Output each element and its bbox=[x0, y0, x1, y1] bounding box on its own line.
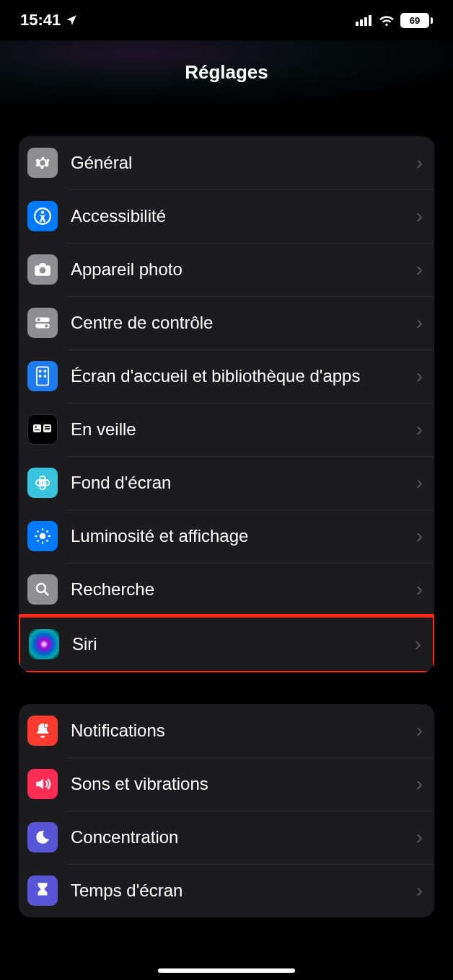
row-camera[interactable]: Appareil photo › bbox=[19, 243, 434, 296]
row-wallpaper[interactable]: Fond d'écran › bbox=[19, 456, 434, 509]
svg-rect-15 bbox=[33, 424, 41, 432]
svg-rect-3 bbox=[369, 15, 371, 26]
svg-line-35 bbox=[37, 540, 38, 541]
row-brightness[interactable]: Luminosité et affichage › bbox=[19, 509, 434, 563]
svg-line-38 bbox=[45, 592, 48, 595]
settings-group-2: Notifications › Sons et vibrations › Con… bbox=[19, 704, 434, 917]
chevron-right-icon: › bbox=[416, 879, 423, 902]
svg-point-16 bbox=[35, 426, 37, 428]
chevron-right-icon: › bbox=[416, 311, 423, 334]
wifi-icon bbox=[379, 14, 395, 26]
row-standby[interactable]: En veille › bbox=[19, 403, 434, 456]
battery-tip bbox=[431, 17, 433, 24]
svg-point-28 bbox=[40, 533, 46, 540]
row-label: Concentration bbox=[71, 827, 416, 848]
highlight-annotation: Siri › bbox=[19, 614, 434, 672]
svg-point-27 bbox=[44, 480, 50, 486]
row-general[interactable]: Général › bbox=[19, 136, 434, 190]
chevron-right-icon: › bbox=[416, 365, 423, 388]
home-indicator[interactable] bbox=[158, 968, 295, 973]
bell-icon bbox=[27, 716, 58, 746]
svg-line-33 bbox=[37, 530, 38, 532]
wallpaper-icon bbox=[27, 468, 58, 498]
svg-point-37 bbox=[37, 584, 45, 592]
siri-icon bbox=[29, 629, 59, 659]
gear-icon bbox=[27, 148, 58, 178]
svg-line-34 bbox=[46, 540, 48, 541]
standby-icon bbox=[27, 414, 58, 445]
row-label: En veille bbox=[71, 419, 416, 440]
row-label: Siri bbox=[72, 633, 415, 655]
svg-rect-20 bbox=[45, 428, 50, 429]
svg-point-7 bbox=[37, 318, 40, 321]
svg-point-12 bbox=[44, 370, 45, 372]
svg-rect-0 bbox=[356, 22, 359, 26]
page-title: Réglages bbox=[185, 61, 268, 84]
location-icon bbox=[65, 14, 78, 27]
header: Réglages bbox=[0, 40, 453, 104]
chevron-right-icon: › bbox=[416, 151, 423, 174]
svg-line-36 bbox=[46, 530, 48, 532]
row-label: Notifications bbox=[71, 720, 416, 741]
chevron-right-icon: › bbox=[416, 772, 423, 796]
chevron-right-icon: › bbox=[416, 471, 423, 494]
chevron-right-icon: › bbox=[416, 258, 423, 281]
row-label: Général bbox=[71, 152, 416, 174]
moon-icon bbox=[27, 822, 58, 852]
svg-point-5 bbox=[41, 210, 44, 213]
svg-point-9 bbox=[45, 324, 48, 327]
content: Général › Accessibilité › Appareil photo… bbox=[0, 104, 453, 917]
row-screentime[interactable]: Temps d'écran › bbox=[19, 864, 434, 917]
svg-rect-19 bbox=[45, 426, 50, 427]
row-focus[interactable]: Concentration › bbox=[19, 811, 434, 864]
cellular-icon bbox=[356, 14, 373, 26]
accessibility-icon bbox=[27, 201, 58, 231]
brightness-icon bbox=[27, 521, 58, 551]
row-control-center[interactable]: Centre de contrôle › bbox=[19, 296, 434, 349]
row-notifications[interactable]: Notifications › bbox=[19, 704, 434, 757]
svg-point-14 bbox=[44, 375, 45, 377]
svg-point-39 bbox=[44, 723, 48, 728]
toggles-icon bbox=[27, 308, 58, 338]
battery-indicator: 69 bbox=[400, 13, 433, 28]
chevron-right-icon: › bbox=[416, 418, 423, 441]
svg-point-13 bbox=[39, 375, 40, 377]
row-siri[interactable]: Siri › bbox=[20, 618, 433, 671]
row-label: Centre de contrôle bbox=[71, 312, 416, 334]
status-bar: 15:41 69 bbox=[0, 0, 453, 40]
speaker-icon bbox=[27, 769, 58, 799]
chevron-right-icon: › bbox=[415, 633, 421, 656]
settings-group-1: Général › Accessibilité › Appareil photo… bbox=[19, 136, 434, 672]
row-accessibility[interactable]: Accessibilité › bbox=[19, 190, 434, 243]
row-label: Appareil photo bbox=[71, 259, 416, 280]
camera-icon bbox=[27, 254, 58, 285]
battery-level: 69 bbox=[400, 13, 429, 28]
svg-point-26 bbox=[36, 480, 42, 486]
row-label: Fond d'écran bbox=[71, 472, 416, 494]
row-sounds[interactable]: Sons et vibrations › bbox=[19, 757, 434, 811]
chevron-right-icon: › bbox=[416, 826, 423, 849]
row-label: Recherche bbox=[71, 579, 416, 600]
hourglass-icon bbox=[27, 876, 58, 906]
chevron-right-icon: › bbox=[416, 525, 423, 548]
apps-grid-icon bbox=[27, 361, 58, 391]
status-right: 69 bbox=[356, 13, 433, 28]
chevron-right-icon: › bbox=[416, 205, 423, 228]
chevron-right-icon: › bbox=[416, 578, 423, 601]
svg-rect-17 bbox=[35, 429, 40, 430]
search-icon bbox=[27, 574, 58, 605]
status-left: 15:41 bbox=[20, 11, 78, 30]
svg-rect-1 bbox=[360, 19, 363, 26]
row-search[interactable]: Recherche › bbox=[19, 563, 434, 616]
svg-rect-21 bbox=[45, 429, 50, 430]
row-label: Luminosité et affichage bbox=[71, 525, 416, 547]
chevron-right-icon: › bbox=[416, 719, 423, 742]
row-label: Écran d'accueil et bibliothèque d'apps bbox=[71, 365, 416, 387]
row-label: Accessibilité bbox=[71, 205, 416, 227]
svg-rect-2 bbox=[364, 17, 367, 26]
screen: 15:41 69 Réglages bbox=[0, 0, 453, 980]
row-home-screen[interactable]: Écran d'accueil et bibliothèque d'apps › bbox=[19, 349, 434, 403]
svg-rect-10 bbox=[37, 367, 48, 385]
row-label: Sons et vibrations bbox=[71, 773, 416, 795]
svg-point-11 bbox=[39, 370, 40, 372]
